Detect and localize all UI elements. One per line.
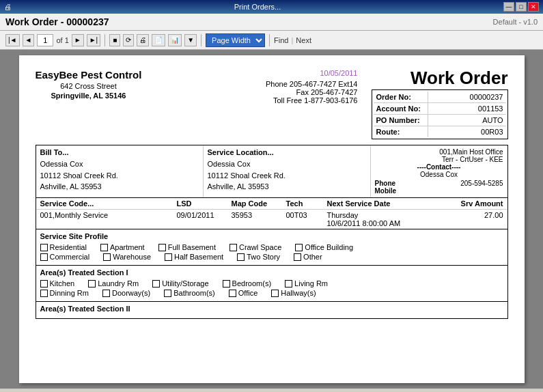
service-loc-header: Service Location... bbox=[208, 148, 366, 156]
stop-button[interactable]: ■ bbox=[109, 34, 120, 46]
maximize-button[interactable]: □ bbox=[516, 2, 527, 12]
checkbox-crawl-space-label: Crawl Space bbox=[239, 243, 281, 251]
bill-to-line1: Odessia Cox bbox=[40, 158, 199, 170]
checkbox-warehouse: Warehouse bbox=[103, 253, 151, 261]
checkbox-residential-box[interactable] bbox=[40, 244, 48, 251]
checkbox-hallway: Hallway(s) bbox=[271, 289, 316, 297]
content-area[interactable]: EasyBee Pest Control 642 Cross Street Sp… bbox=[0, 50, 543, 389]
next-page-button[interactable]: ► bbox=[72, 34, 84, 46]
areas-header-1: Area(s) Treated Section I bbox=[40, 268, 503, 277]
export-button[interactable]: 📄 bbox=[152, 34, 165, 46]
areas-treated-2: Area(s) Treated Section II bbox=[36, 302, 508, 319]
checkbox-office-building-label: Office Building bbox=[305, 243, 353, 251]
profile-row2: Commercial Warehouse Half Basement Two S… bbox=[40, 253, 503, 261]
checkbox-kitchen-label: Kitchen bbox=[50, 279, 75, 288]
checkbox-apartment-label: Apartment bbox=[110, 243, 145, 251]
checkbox-bedroom-label: Bedroom(s) bbox=[232, 279, 271, 288]
account-no-value: 001153 bbox=[428, 103, 506, 114]
checkbox-bedroom-box[interactable] bbox=[223, 280, 230, 288]
checkbox-kitchen-box[interactable] bbox=[40, 280, 48, 288]
refresh-button[interactable]: ⟳ bbox=[123, 34, 134, 46]
checkbox-office-building: Office Building bbox=[295, 243, 353, 251]
checkbox-laundry-box[interactable] bbox=[88, 280, 96, 288]
checkbox-warehouse-box[interactable] bbox=[103, 253, 111, 261]
checkbox-full-basement: Full Basement bbox=[158, 243, 216, 251]
checkbox-residential-label: Residential bbox=[50, 243, 87, 251]
phone-label: Phone bbox=[375, 180, 396, 187]
checkbox-two-story-box[interactable] bbox=[237, 253, 245, 261]
toolbar-separator bbox=[105, 34, 105, 46]
checkbox-utility-box[interactable] bbox=[152, 280, 160, 288]
territory-line2: Terr - CrtUser - KEE bbox=[375, 156, 503, 163]
order-no-value: 00000237 bbox=[428, 92, 506, 102]
checkbox-other-box[interactable] bbox=[294, 253, 301, 261]
bill-to-line3: Ashville, AL 35953 bbox=[40, 181, 199, 193]
company-city: Springville, AL 35146 bbox=[36, 92, 142, 100]
page-width-select[interactable]: Page Width bbox=[206, 33, 265, 47]
page-number-input[interactable] bbox=[37, 34, 53, 46]
last-page-button[interactable]: ►| bbox=[87, 34, 101, 46]
checkbox-hallway-box[interactable] bbox=[271, 290, 279, 297]
checkbox-doorway: Doorway(s) bbox=[102, 289, 150, 297]
find-separator: | bbox=[291, 36, 293, 44]
checkbox-warehouse-label: Warehouse bbox=[113, 253, 151, 261]
bill-to: Bill To... Odessia Cox 10112 Shoal Creek… bbox=[36, 145, 204, 197]
phone-block: 10/05/2011 Phone 205-467-7427 Ext14 Fax … bbox=[266, 69, 358, 104]
checkbox-doorway-box[interactable] bbox=[102, 290, 110, 297]
wo-header-title: Work Order - 00000237 bbox=[5, 16, 109, 27]
phone-value: 205-594-5285 bbox=[460, 180, 503, 187]
profile-header: Service Site Profile bbox=[40, 232, 503, 240]
checkbox-dinning-label: Dinning Rm bbox=[50, 289, 89, 297]
toll-free-line: Toll Free 1-877-903-6176 bbox=[266, 96, 358, 104]
checkbox-living: Living Rm bbox=[285, 279, 328, 288]
col-header-amt: Srv Amount bbox=[453, 199, 507, 208]
contact-info: 001,Main Host Office Terr - CrtUser - KE… bbox=[371, 145, 507, 197]
checkbox-dinning-box[interactable] bbox=[40, 290, 48, 297]
route-label: Route: bbox=[374, 126, 428, 137]
print-button[interactable]: 🖨 bbox=[137, 34, 149, 46]
row-next: Thursday10/6/2011 8:00:00 AM bbox=[323, 211, 453, 227]
checkbox-apartment: Apartment bbox=[100, 243, 145, 251]
checkbox-crawl-space-box[interactable] bbox=[229, 244, 237, 251]
title-bar: 🖨 Print Orders... — □ ✕ bbox=[0, 0, 543, 14]
checkbox-kitchen: Kitchen bbox=[40, 279, 75, 288]
first-page-button[interactable]: |◄ bbox=[5, 34, 20, 46]
export3-button[interactable]: ▼ bbox=[184, 34, 197, 46]
checkbox-office-building-box[interactable] bbox=[295, 244, 303, 251]
toolbar: |◄ ◄ of 1 ► ►| ■ ⟳ 🖨 📄 📊 ▼ Page Width Fi… bbox=[0, 31, 543, 50]
col-header-lsd: LSD bbox=[173, 199, 227, 208]
find-button[interactable]: Find bbox=[274, 36, 288, 44]
checkbox-apartment-box[interactable] bbox=[100, 244, 108, 251]
bill-section: Bill To... Odessia Cox 10112 Shoal Creek… bbox=[36, 145, 508, 198]
checkbox-full-basement-label: Full Basement bbox=[168, 243, 216, 251]
checkbox-living-box[interactable] bbox=[285, 280, 292, 288]
checkbox-office-box[interactable] bbox=[229, 290, 236, 297]
checkbox-dinning: Dinning Rm bbox=[40, 289, 89, 297]
export2-button[interactable]: 📊 bbox=[168, 34, 182, 46]
profile-row1: Residential Apartment Full Basement Craw… bbox=[40, 243, 503, 251]
areas-header-2: Area(s) Treated Section II bbox=[40, 305, 503, 313]
checkbox-commercial-box[interactable] bbox=[40, 253, 48, 261]
close-button[interactable]: ✕ bbox=[528, 2, 539, 12]
fax-line: Fax 205-467-7427 bbox=[266, 88, 358, 96]
checkbox-half-basement-label: Half Basement bbox=[174, 253, 223, 261]
order-info-block: Work Order Order No: 00000237 Account No… bbox=[372, 69, 508, 139]
contact-name: Odessa Cox bbox=[375, 171, 503, 178]
checkbox-utility-label: Utility/Storage bbox=[162, 279, 208, 288]
title-phone-block: 10/05/2011 Phone 205-467-7427 Ext14 Fax … bbox=[266, 69, 508, 139]
service-loc-line2: 10112 Shoal Creek Rd. bbox=[208, 170, 366, 182]
mobile-label: Mobile bbox=[375, 187, 503, 195]
service-table-header: Service Code... LSD Map Code Tech Next S… bbox=[36, 198, 507, 210]
next-button[interactable]: Next bbox=[296, 36, 311, 44]
checkbox-full-basement-box[interactable] bbox=[158, 244, 166, 251]
checkbox-half-basement-box[interactable] bbox=[165, 253, 172, 261]
checkbox-utility: Utility/Storage bbox=[152, 279, 208, 288]
company-address: 642 Cross Street bbox=[36, 82, 142, 90]
minimize-button[interactable]: — bbox=[503, 2, 514, 12]
row-lsd: 09/01/2011 bbox=[173, 211, 227, 227]
phone-row: Phone 205-594-5285 bbox=[375, 180, 503, 187]
checkbox-residential: Residential bbox=[40, 243, 87, 251]
toolbar-separator3 bbox=[269, 34, 270, 46]
prev-page-button[interactable]: ◄ bbox=[23, 34, 35, 46]
checkbox-bathroom-box[interactable] bbox=[164, 290, 171, 297]
